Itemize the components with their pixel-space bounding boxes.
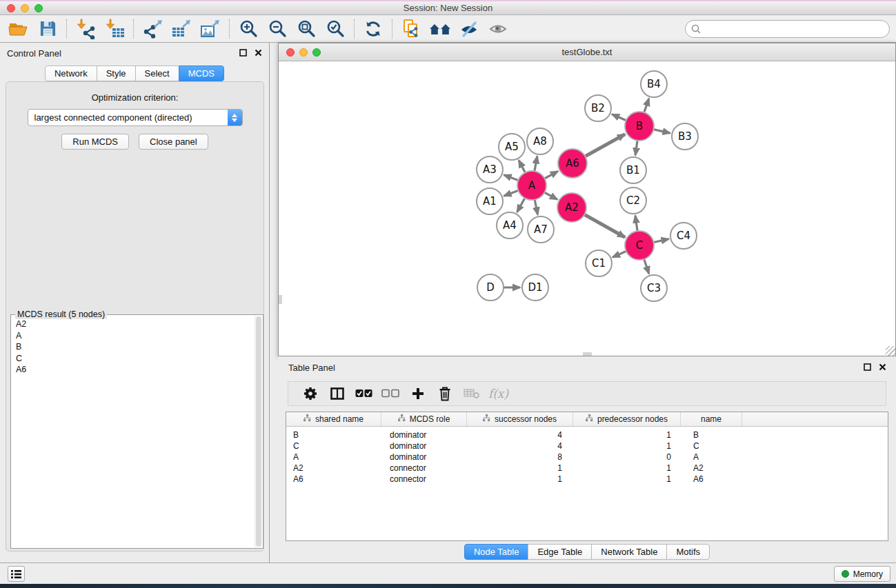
tab-style[interactable]: Style bbox=[97, 65, 136, 81]
zoom-fit-icon[interactable] bbox=[292, 18, 321, 40]
column-header-successor-nodes[interactable]: successor nodes bbox=[467, 412, 573, 426]
table-cell: 1 bbox=[573, 463, 681, 473]
zoom-window-icon[interactable] bbox=[34, 4, 43, 12]
export-network-icon[interactable] bbox=[138, 18, 167, 40]
node-D1[interactable]: D1 bbox=[522, 274, 548, 301]
node-B3[interactable]: B3 bbox=[672, 123, 698, 150]
float-panel-icon[interactable] bbox=[239, 49, 247, 57]
add-icon[interactable] bbox=[404, 387, 431, 401]
svg-text:D1: D1 bbox=[528, 281, 542, 294]
zoom-selected-icon[interactable] bbox=[321, 18, 350, 40]
search-input[interactable] bbox=[704, 24, 884, 34]
open-session-icon[interactable] bbox=[4, 18, 33, 40]
run-mcds-button[interactable]: Run MCDS bbox=[61, 134, 129, 150]
node-C1[interactable]: C1 bbox=[586, 250, 612, 276]
task-history-button[interactable] bbox=[8, 566, 25, 582]
node-A[interactable]: A bbox=[517, 171, 546, 200]
network-canvas[interactable]: B4B2BB3A8A5A6A3B1AA1C2A2A4A7C4CC1C3DD1 bbox=[279, 61, 895, 356]
tab-node-table[interactable]: Node Table bbox=[464, 544, 529, 560]
result-item[interactable]: A bbox=[16, 330, 250, 342]
check-pair-icon[interactable] bbox=[350, 389, 377, 398]
table-row[interactable]: Cdominator41C bbox=[286, 440, 888, 452]
tab-network[interactable]: Network bbox=[45, 65, 97, 81]
node-A4[interactable]: A4 bbox=[497, 212, 523, 239]
resize-grip[interactable] bbox=[886, 346, 895, 356]
node-D[interactable]: D bbox=[477, 274, 504, 301]
network-hscroll-thumb[interactable] bbox=[583, 352, 592, 356]
tab-motifs[interactable]: Motifs bbox=[666, 544, 710, 560]
network-window-title: testGlobe.txt bbox=[562, 47, 613, 57]
criterion-select-value: largest connected component (directed) bbox=[34, 112, 192, 123]
result-scrollbar-thumb[interactable] bbox=[256, 316, 261, 547]
table-row[interactable]: Bdominator41B bbox=[286, 429, 888, 440]
refresh-icon[interactable] bbox=[359, 18, 388, 40]
export-image-icon[interactable] bbox=[196, 18, 225, 40]
node-C[interactable]: C bbox=[625, 231, 654, 260]
column-header-shared-name[interactable]: shared name bbox=[286, 412, 381, 426]
network-minimize-icon[interactable] bbox=[299, 48, 308, 57]
node-A1[interactable]: A1 bbox=[477, 188, 503, 214]
network-close-icon[interactable] bbox=[286, 48, 295, 57]
tab-select[interactable]: Select bbox=[135, 65, 179, 81]
gear-icon[interactable] bbox=[297, 386, 323, 401]
memory-button[interactable]: Memory bbox=[834, 566, 890, 582]
result-item[interactable]: A6 bbox=[16, 364, 250, 376]
node-A7[interactable]: A7 bbox=[528, 216, 554, 243]
node-C3[interactable]: C3 bbox=[641, 275, 667, 301]
criterion-select[interactable]: largest connected component (directed) bbox=[28, 109, 243, 126]
node-A2[interactable]: A2 bbox=[557, 193, 586, 222]
close-panel-icon[interactable] bbox=[255, 49, 262, 57]
network-zoom-icon[interactable] bbox=[312, 48, 321, 57]
show-all-icon[interactable] bbox=[484, 18, 512, 40]
node-B2[interactable]: B2 bbox=[585, 95, 611, 121]
node-B4[interactable]: B4 bbox=[641, 71, 667, 97]
node-A5[interactable]: A5 bbox=[499, 134, 525, 160]
tab-edge-table[interactable]: Edge Table bbox=[528, 544, 592, 560]
tab-mcds[interactable]: MCDS bbox=[179, 65, 224, 81]
node-A6[interactable]: A6 bbox=[558, 149, 587, 178]
result-item[interactable]: B bbox=[16, 341, 250, 353]
svg-text:C: C bbox=[636, 239, 643, 252]
minimize-window-icon[interactable] bbox=[21, 4, 29, 12]
tab-network-table[interactable]: Network Table bbox=[591, 544, 667, 560]
table-row[interactable]: A2connector11A2 bbox=[286, 463, 888, 474]
uncheck-pair-icon[interactable] bbox=[377, 389, 404, 398]
close-table-panel-icon[interactable] bbox=[879, 363, 886, 371]
table-row[interactable]: Adominator80A bbox=[286, 452, 888, 463]
close-window-icon[interactable] bbox=[7, 4, 15, 12]
table-row[interactable]: A6connector11A6 bbox=[286, 474, 888, 485]
column-header-name[interactable]: name bbox=[681, 412, 742, 426]
import-network-icon[interactable] bbox=[71, 18, 100, 40]
network-window-titlebar[interactable]: testGlobe.txt bbox=[279, 43, 895, 61]
network-vscroll-thumb[interactable] bbox=[279, 295, 282, 304]
search-box[interactable] bbox=[685, 20, 890, 38]
node-B1[interactable]: B1 bbox=[620, 157, 646, 183]
node-B[interactable]: B bbox=[625, 112, 654, 141]
node-C2[interactable]: C2 bbox=[620, 187, 646, 214]
toolbar-separator bbox=[354, 19, 355, 39]
hide-selected-icon[interactable] bbox=[455, 18, 484, 40]
close-panel-button[interactable]: Close panel bbox=[139, 134, 208, 150]
result-item[interactable]: C bbox=[16, 353, 250, 365]
network-from-clipboard-icon[interactable] bbox=[397, 18, 426, 40]
save-session-icon[interactable] bbox=[33, 18, 62, 40]
svg-text:A2: A2 bbox=[565, 201, 579, 214]
export-table-icon[interactable] bbox=[167, 18, 196, 40]
node-A8[interactable]: A8 bbox=[527, 128, 553, 154]
result-item[interactable]: A2 bbox=[16, 318, 250, 330]
result-scrollbar[interactable] bbox=[255, 316, 262, 547]
zoom-out-icon[interactable] bbox=[263, 18, 292, 40]
columns-icon[interactable] bbox=[323, 386, 350, 401]
node-A3[interactable]: A3 bbox=[477, 156, 503, 183]
column-header-MCDS-role[interactable]: MCDS role bbox=[381, 412, 467, 426]
trash-icon[interactable] bbox=[431, 386, 458, 401]
node-C4[interactable]: C4 bbox=[670, 223, 697, 249]
svg-text:C3: C3 bbox=[647, 282, 661, 294]
column-header-predecessor-nodes[interactable]: predecessor nodes bbox=[573, 412, 681, 426]
float-table-panel-icon[interactable] bbox=[864, 363, 871, 371]
home-icon[interactable] bbox=[426, 18, 455, 40]
table-cell: 1 bbox=[573, 474, 681, 484]
import-table-icon[interactable] bbox=[100, 18, 129, 40]
table-cell: 1 bbox=[467, 474, 573, 484]
zoom-in-icon[interactable] bbox=[234, 18, 263, 40]
